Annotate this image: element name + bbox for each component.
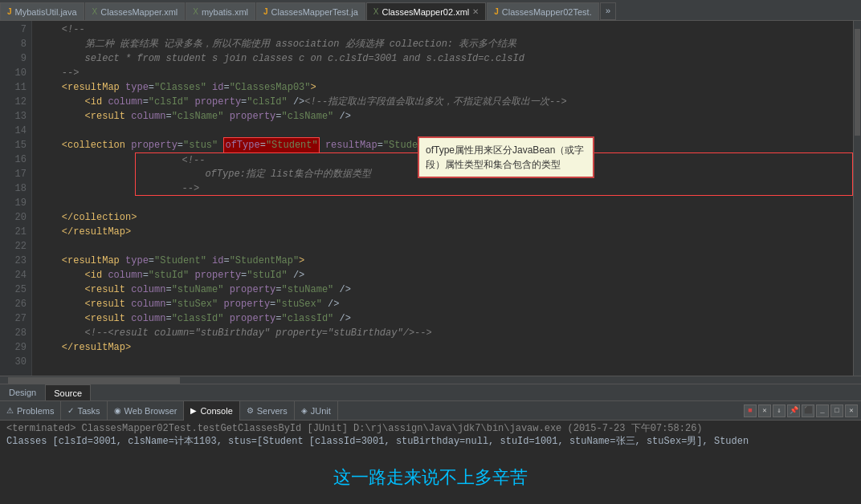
code-line-10: --> xyxy=(39,66,853,80)
source-tab[interactable]: Source xyxy=(45,384,91,400)
tab-label: ClassesMapper02Test. xyxy=(502,7,592,17)
editor-container: 7 8 9 10 11 12 13 14 15 16 17 18 19 20 2… xyxy=(0,21,861,376)
tab-servers[interactable]: ⚙ Servers xyxy=(240,401,295,421)
expand-button[interactable]: ⬛ xyxy=(802,404,814,417)
code-line-25: <result column="stuName" property="stuNa… xyxy=(39,282,853,297)
line-number: 28 xyxy=(0,326,27,340)
line-number: 19 xyxy=(0,196,27,210)
console-content: <terminated> ClassesMapper02Test.testGet… xyxy=(0,421,861,504)
code-line-7: <!-- xyxy=(39,22,853,37)
tab-more-button[interactable]: » xyxy=(600,2,617,20)
close-icon[interactable]: ✕ xyxy=(472,7,479,16)
tab-junit[interactable]: ◈ JUnit xyxy=(295,401,338,421)
tab-mybatis[interactable]: X mybatis.xml xyxy=(186,2,255,20)
code-line-13: <result column="clsName" property="clsNa… xyxy=(39,109,853,124)
code-line-18: --> xyxy=(135,181,853,196)
console-output: Classes [clsId=3001, clsName=计本1103, stu… xyxy=(6,435,855,448)
code-line-21: </resultMap> xyxy=(39,225,853,239)
code-line-8: 第二种 嵌套结果 记录多条，所以不能使用 association 必须选择 co… xyxy=(39,37,853,51)
line-number: 27 xyxy=(0,311,27,326)
line-number: 30 xyxy=(0,355,27,369)
line-number: 15 xyxy=(0,138,27,152)
junit-icon: ◈ xyxy=(301,406,308,415)
line-number: 8 xyxy=(0,37,27,51)
minimize-button[interactable]: _ xyxy=(816,404,829,417)
tab-bar: J MybatisUtil.java X ClassesMapper.xml X… xyxy=(0,0,861,21)
code-line-22 xyxy=(39,239,853,254)
line-number: 11 xyxy=(0,80,27,95)
tab-label: ClassesMapper02.xml xyxy=(382,7,469,17)
line-number: 10 xyxy=(0,66,27,80)
code-line-12: <id column="clsId" property="clsId" /><!… xyxy=(39,95,853,109)
design-tab[interactable]: Design xyxy=(0,384,45,400)
line-number: 29 xyxy=(0,340,27,355)
tab-label: MybatisUtil.java xyxy=(15,7,77,17)
scroll-lock-button[interactable]: ⇓ xyxy=(773,404,786,417)
bottom-panel: ⚠ Problems ✓ Tasks ◉ Web Browser ▶ Conso… xyxy=(0,401,861,504)
line-number: 7 xyxy=(0,22,27,37)
design-source-bar: Design Source xyxy=(0,384,861,401)
line-number: 23 xyxy=(0,254,27,268)
line-number: 24 xyxy=(0,268,27,282)
line-number: 13 xyxy=(0,109,27,124)
tab-console[interactable]: ▶ Console xyxy=(184,401,239,421)
vertical-scrollbar[interactable] xyxy=(853,21,861,376)
line-number: 14 xyxy=(0,124,27,138)
code-line-11: <resultMap type="Classes" id="ClassesMap… xyxy=(39,80,853,95)
tab-label: ClassesMapperTest.ja xyxy=(271,7,358,17)
line-number: 18 xyxy=(0,181,27,196)
java-icon: J xyxy=(7,7,12,16)
line-number: 22 xyxy=(0,239,27,254)
java-icon: J xyxy=(263,7,268,16)
tab-problems[interactable]: ⚠ Problems xyxy=(0,401,61,421)
console-terminated: <terminated> ClassesMapper02Test.testGet… xyxy=(6,422,855,435)
tab-label: mybatis.xml xyxy=(202,7,248,17)
code-line-23: <resultMap type="Student" id="StudentMap… xyxy=(39,254,853,268)
tab-classesmappertest[interactable]: J ClassesMapperTest.ja xyxy=(256,2,365,20)
tasks-icon: ✓ xyxy=(67,406,74,415)
line-number: 25 xyxy=(0,282,27,297)
watermark: 这一路走来说不上多辛苦 xyxy=(0,471,861,484)
tab-classesmapper02[interactable]: X ClassesMapper02.xml ✕ xyxy=(366,2,487,20)
code-line-28: <!--<result column="stuBirthday" propert… xyxy=(39,326,853,340)
bottom-toolbar: ■ ✕ ⇓ 📌 ⬛ _ □ ✕ xyxy=(744,404,861,417)
line-number: 26 xyxy=(0,297,27,311)
xml-icon: X xyxy=(373,7,379,16)
tab-label: ClassesMapper.xml xyxy=(100,7,178,17)
line-number: 20 xyxy=(0,210,27,225)
bottom-tabs-bar: ⚠ Problems ✓ Tasks ◉ Web Browser ▶ Conso… xyxy=(0,401,861,421)
tooltip-annotation: ofType属性用来区分JavaBean（或字段）属性类型和集合包含的类型 xyxy=(418,136,594,178)
servers-label: Servers xyxy=(257,406,288,416)
browser-label: Web Browser xyxy=(124,406,178,416)
code-line-9: select * from student s join classes c o… xyxy=(39,51,853,66)
code-line-30 xyxy=(39,355,853,369)
line-number: 21 xyxy=(0,225,27,239)
line-number: 9 xyxy=(0,51,27,66)
tasks-label: Tasks xyxy=(77,406,100,416)
close-panel-button[interactable]: ✕ xyxy=(845,404,858,417)
servers-icon: ⚙ xyxy=(247,406,254,415)
xml-icon: X xyxy=(92,7,98,16)
tab-classesmapper02test[interactable]: J ClassesMapper02Test. xyxy=(487,2,598,20)
chevron-right-icon: » xyxy=(606,6,611,16)
code-line-24: <id column="stuId" property="stuId" /> xyxy=(39,268,853,282)
code-line-29: </resultMap> xyxy=(39,340,853,355)
clear-button[interactable]: ✕ xyxy=(758,404,771,417)
tab-tasks[interactable]: ✓ Tasks xyxy=(61,401,107,421)
stop-button[interactable]: ■ xyxy=(744,404,757,417)
code-line-20: </collection> xyxy=(39,210,853,225)
problems-label: Problems xyxy=(17,406,54,416)
tab-classesmapper[interactable]: X ClassesMapper.xml xyxy=(85,2,186,20)
tab-mybatisutil[interactable]: J MybatisUtil.java xyxy=(0,2,84,20)
console-icon: ▶ xyxy=(190,406,197,415)
xml-icon: X xyxy=(193,7,198,16)
tab-webbrowser[interactable]: ◉ Web Browser xyxy=(108,401,185,421)
maximize-button[interactable]: □ xyxy=(830,404,843,417)
line-numbers: 7 8 9 10 11 12 13 14 15 16 17 18 19 20 2… xyxy=(0,21,32,376)
java-icon: J xyxy=(494,7,499,16)
browser-icon: ◉ xyxy=(114,406,121,415)
code-area[interactable]: <!-- 第二种 嵌套结果 记录多条，所以不能使用 association 必须… xyxy=(32,21,853,376)
pin-button[interactable]: 📌 xyxy=(787,404,800,417)
problems-icon: ⚠ xyxy=(6,406,14,415)
console-label: Console xyxy=(200,406,232,416)
